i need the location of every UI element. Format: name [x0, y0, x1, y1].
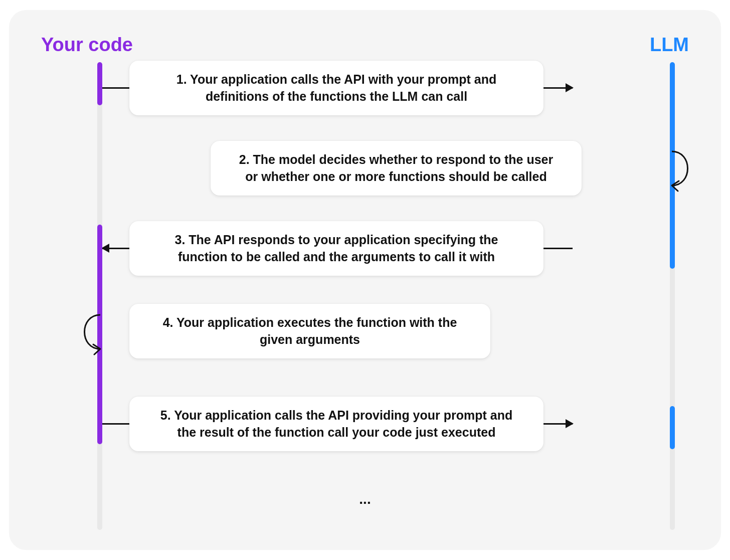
step-3-row: 3. The API responds to your application …	[41, 226, 689, 271]
arrow-left-icon	[102, 248, 129, 249]
step-2-row: 2. The model decides whether to respond …	[41, 145, 689, 191]
activation-code-1	[97, 62, 102, 105]
activation-llm-2	[670, 406, 675, 449]
step-4-row: 4. Your application executes the functio…	[41, 308, 689, 353]
step-4-message: 4. Your application executes the functio…	[129, 304, 490, 358]
participant-llm: LLM	[650, 34, 689, 56]
self-loop-code-icon	[74, 310, 109, 358]
step-3-message: 3. The API responds to your application …	[129, 221, 543, 276]
step-1-row: 1. Your application calls the API with y…	[41, 65, 689, 110]
diagram-panel: Your code LLM 1. Your application calls …	[9, 10, 721, 550]
arrow-right-icon	[543, 423, 573, 425]
step-2-message: 2. The model decides whether to respond …	[211, 141, 582, 196]
self-loop-llm-icon	[663, 146, 698, 195]
continuation-ellipsis: ...	[41, 491, 689, 507]
sequence-stage: 1. Your application calls the API with y…	[41, 65, 689, 530]
arrow-right-icon	[543, 87, 573, 89]
step-5-message: 5. Your application calls the API provid…	[129, 397, 543, 451]
step-5-row: 5. Your application calls the API provid…	[41, 401, 689, 446]
step-1-message: 1. Your application calls the API with y…	[129, 61, 543, 115]
participant-your-code: Your code	[41, 34, 133, 56]
participant-headers: Your code LLM	[41, 34, 689, 56]
